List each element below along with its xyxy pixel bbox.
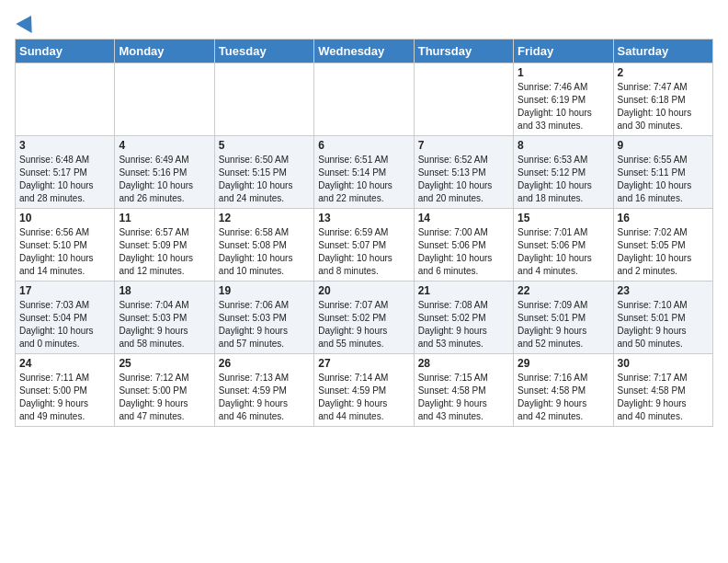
day-cell: 14Sunrise: 7:00 AMSunset: 5:06 PMDayligh… <box>414 209 513 282</box>
cell-text-line: Daylight: 9 hours <box>119 397 210 410</box>
calendar: SundayMondayTuesdayWednesdayThursdayFrid… <box>15 39 713 427</box>
cell-text-line: Sunrise: 7:16 AM <box>518 372 609 385</box>
cell-text-line: and 50 minutes. <box>618 338 709 350</box>
day-number: 6 <box>318 139 409 152</box>
cell-text-line: Sunset: 5:01 PM <box>618 312 709 325</box>
cell-text-line: Sunrise: 7:11 AM <box>19 372 110 385</box>
week-row-2: 3Sunrise: 6:48 AMSunset: 5:17 PMDaylight… <box>16 136 713 209</box>
cell-text-line: Sunrise: 6:53 AM <box>518 154 609 167</box>
day-number: 13 <box>318 212 409 224</box>
day-number: 27 <box>318 357 409 370</box>
day-number: 16 <box>618 212 709 224</box>
cell-text-line: and 2 minutes. <box>618 265 709 278</box>
logo <box>15 15 37 29</box>
cell-text-line: Sunset: 5:00 PM <box>19 385 110 397</box>
cell-text-line: Sunrise: 7:46 AM <box>518 81 609 94</box>
day-cell: 12Sunrise: 6:58 AMSunset: 5:08 PMDayligh… <box>214 209 313 282</box>
cell-text-line: Sunrise: 7:03 AM <box>19 299 110 312</box>
day-cell <box>214 63 313 136</box>
cell-text-line: Sunrise: 7:02 AM <box>618 226 709 239</box>
cell-text-line: Daylight: 10 hours <box>618 252 709 265</box>
day-number: 3 <box>19 139 110 152</box>
day-cell: 10Sunrise: 6:56 AMSunset: 5:10 PMDayligh… <box>16 209 115 282</box>
cell-text-line: Sunset: 4:59 PM <box>318 385 409 397</box>
cell-text-line: Sunrise: 6:51 AM <box>318 154 409 167</box>
week-row-1: 1Sunrise: 7:46 AMSunset: 6:19 PMDaylight… <box>16 63 713 136</box>
day-number: 15 <box>518 212 609 224</box>
day-number: 25 <box>119 357 210 370</box>
day-cell: 29Sunrise: 7:16 AMSunset: 4:58 PMDayligh… <box>514 354 613 427</box>
cell-text-line: Sunset: 5:11 PM <box>618 167 709 179</box>
cell-text-line: and 46 minutes. <box>219 410 310 423</box>
cell-text-line: Sunset: 5:17 PM <box>19 167 110 179</box>
weekday-header-tuesday: Tuesday <box>214 40 313 63</box>
day-cell: 7Sunrise: 6:52 AMSunset: 5:13 PMDaylight… <box>414 136 513 209</box>
cell-text-line: Sunrise: 7:04 AM <box>119 299 210 312</box>
cell-text-line: and 22 minutes. <box>318 192 409 205</box>
cell-text-line: Daylight: 10 hours <box>19 325 110 338</box>
day-number: 29 <box>518 357 609 370</box>
day-number: 28 <box>418 357 509 370</box>
cell-text-line: Sunrise: 6:49 AM <box>119 154 210 167</box>
weekday-header-row: SundayMondayTuesdayWednesdayThursdayFrid… <box>16 40 713 63</box>
cell-text-line: Sunset: 6:18 PM <box>618 94 709 107</box>
cell-text-line: and 30 minutes. <box>618 120 709 132</box>
cell-text-line: and 49 minutes. <box>19 410 110 423</box>
weekday-header-saturday: Saturday <box>613 40 712 63</box>
day-number: 10 <box>19 212 110 224</box>
cell-text-line: Sunrise: 6:50 AM <box>219 154 310 167</box>
cell-text-line: Daylight: 9 hours <box>318 325 409 338</box>
day-number: 7 <box>418 139 509 152</box>
cell-text-line: and 26 minutes. <box>119 192 210 205</box>
day-cell: 30Sunrise: 7:17 AMSunset: 4:58 PMDayligh… <box>613 354 712 427</box>
day-cell <box>314 63 414 136</box>
cell-text-line: Sunrise: 7:15 AM <box>418 372 509 385</box>
day-cell: 22Sunrise: 7:09 AMSunset: 5:01 PMDayligh… <box>514 282 613 354</box>
cell-text-line: Sunset: 5:09 PM <box>119 239 210 252</box>
cell-text-line: and 44 minutes. <box>318 410 409 423</box>
day-number: 14 <box>418 212 509 224</box>
cell-text-line: Sunset: 5:13 PM <box>418 167 509 179</box>
cell-text-line: and 47 minutes. <box>119 410 210 423</box>
day-number: 26 <box>219 357 310 370</box>
cell-text-line: Sunset: 4:58 PM <box>418 385 509 397</box>
weekday-header-thursday: Thursday <box>414 40 513 63</box>
day-number: 12 <box>219 212 310 224</box>
cell-text-line: Daylight: 10 hours <box>219 252 310 265</box>
day-number: 2 <box>618 66 709 79</box>
cell-text-line: Sunset: 6:19 PM <box>518 94 609 107</box>
cell-text-line: Daylight: 10 hours <box>618 179 709 192</box>
day-cell: 5Sunrise: 6:50 AMSunset: 5:15 PMDaylight… <box>214 136 313 209</box>
cell-text-line: Sunset: 5:01 PM <box>518 312 609 325</box>
cell-text-line: Sunset: 5:03 PM <box>219 312 310 325</box>
cell-text-line: Sunset: 5:12 PM <box>518 167 609 179</box>
cell-text-line: Daylight: 9 hours <box>618 397 709 410</box>
cell-text-line: Sunrise: 7:12 AM <box>119 372 210 385</box>
weekday-header-monday: Monday <box>115 40 214 63</box>
cell-text-line: Sunset: 5:10 PM <box>19 239 110 252</box>
day-number: 21 <box>418 284 509 297</box>
header <box>15 15 713 29</box>
cell-text-line: Sunrise: 7:01 AM <box>518 226 609 239</box>
cell-text-line: Sunset: 4:58 PM <box>518 385 609 397</box>
cell-text-line: Daylight: 10 hours <box>318 179 409 192</box>
cell-text-line: Daylight: 9 hours <box>418 325 509 338</box>
cell-text-line: Daylight: 9 hours <box>518 325 609 338</box>
day-number: 18 <box>119 284 210 297</box>
cell-text-line: Sunrise: 7:06 AM <box>219 299 310 312</box>
week-row-4: 17Sunrise: 7:03 AMSunset: 5:04 PMDayligh… <box>16 282 713 354</box>
cell-text-line: Sunrise: 7:17 AM <box>618 372 709 385</box>
cell-text-line: and 40 minutes. <box>618 410 709 423</box>
cell-text-line: and 0 minutes. <box>19 338 110 350</box>
cell-text-line: and 6 minutes. <box>418 265 509 278</box>
cell-text-line: Sunset: 5:08 PM <box>219 239 310 252</box>
day-cell: 15Sunrise: 7:01 AMSunset: 5:06 PMDayligh… <box>514 209 613 282</box>
cell-text-line: Sunset: 5:07 PM <box>318 239 409 252</box>
day-cell: 16Sunrise: 7:02 AMSunset: 5:05 PMDayligh… <box>613 209 712 282</box>
day-cell: 26Sunrise: 7:13 AMSunset: 4:59 PMDayligh… <box>214 354 313 427</box>
cell-text-line: Sunset: 5:14 PM <box>318 167 409 179</box>
cell-text-line: Daylight: 10 hours <box>19 252 110 265</box>
cell-text-line: Sunset: 5:15 PM <box>219 167 310 179</box>
cell-text-line: and 20 minutes. <box>418 192 509 205</box>
day-cell: 19Sunrise: 7:06 AMSunset: 5:03 PMDayligh… <box>214 282 313 354</box>
